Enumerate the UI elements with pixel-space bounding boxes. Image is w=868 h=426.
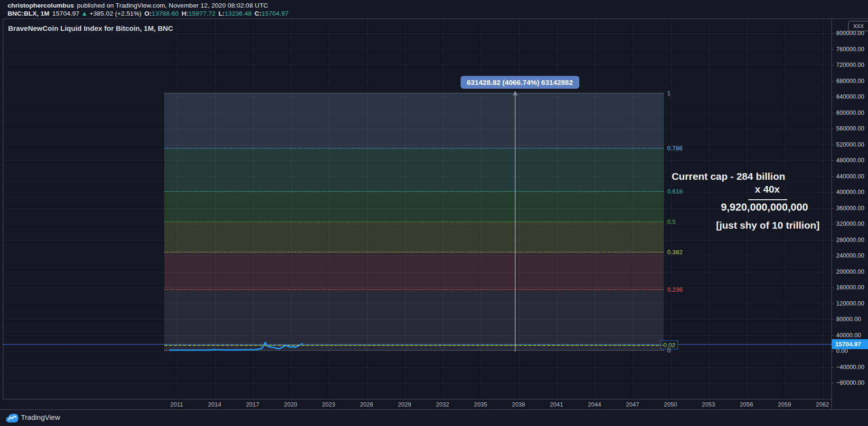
price-tick-mark <box>832 129 834 129</box>
price-tick-mark <box>832 65 834 65</box>
price-axis[interactable]: 800000.00760000.00720000.00680000.006400… <box>831 19 868 409</box>
year-tick-label: 2035 <box>474 401 487 408</box>
price-tick-label: 160000.00 <box>836 284 864 291</box>
price-tick-mark <box>832 176 834 177</box>
price-tick-mark <box>832 256 834 256</box>
up-arrow-icon: ▲ <box>81 10 87 17</box>
footer-bar: TradingView <box>0 409 868 426</box>
year-tick-label: 2032 <box>436 401 449 408</box>
price-tick-mark <box>832 224 834 224</box>
current-price-dotted-line <box>3 344 831 345</box>
high-value: 15977.72 <box>189 10 216 17</box>
price-tick-mark <box>832 192 834 193</box>
tradingview-logo-icon[interactable] <box>6 413 19 423</box>
fib-anchor-arrow-icon <box>513 91 518 95</box>
low-label: L: <box>218 10 225 17</box>
price-tick-label: 320000.00 <box>836 221 864 227</box>
price-tick-label: 520000.00 <box>836 141 864 148</box>
price-tick-mark <box>832 287 834 288</box>
tradingview-published-chart: { "header": { "author": "christophercolu… <box>0 0 868 426</box>
annotation-multiplier: x 40x <box>710 184 824 195</box>
change-value: +385.02 (+2.51%) <box>89 10 142 17</box>
low-value: 13236.48 <box>225 10 252 17</box>
year-tick-label: 2062 <box>816 401 829 408</box>
year-tick-label: 2041 <box>550 401 563 408</box>
last-price-value: 15704.97 <box>52 10 79 17</box>
year-tick-label: 2044 <box>588 401 601 408</box>
year-tick-label: 2029 <box>398 401 411 408</box>
price-tick-label: 80000.00 <box>836 316 861 323</box>
year-tick-label: 2011 <box>170 401 183 408</box>
symbol-label[interactable]: BNC:BLX, 1M <box>8 10 49 17</box>
year-tick-label: 2038 <box>512 401 525 408</box>
price-tick-mark <box>832 208 834 209</box>
fib-level-label: 0.618 <box>667 188 683 195</box>
price-tick-mark <box>832 97 834 97</box>
publish-info-bar: christophercolumbuspublished on TradingV… <box>8 2 268 9</box>
fib-level-002-line <box>164 345 664 346</box>
footer-brand-text[interactable]: TradingView <box>21 413 60 421</box>
year-tick-label: 2023 <box>322 401 335 408</box>
price-tick-label: 120000.00 <box>836 300 864 307</box>
price-tick-label: 400000.00 <box>836 189 864 195</box>
fib-level-label: 0 <box>667 347 670 354</box>
publish-text: published on TradingView.com, November 1… <box>77 2 268 9</box>
price-tick-label: 240000.00 <box>836 252 864 259</box>
symbol-info-bar: BNC:BLX, 1M15704.97 ▲ +385.02 (+2.51%)O:… <box>8 10 289 17</box>
year-tick-label: 2020 <box>284 401 297 408</box>
year-tick-label: 2053 <box>702 401 715 408</box>
fib-level-label: 0.786 <box>667 144 683 151</box>
price-tick-mark <box>832 335 834 336</box>
annotation-current-cap: Current cap - 284 billion <box>667 171 790 182</box>
year-tick-label: 2017 <box>246 401 259 408</box>
price-tick-mark <box>832 160 834 161</box>
open-value: 13788.60 <box>151 10 179 17</box>
price-tick-label: 200000.00 <box>836 269 864 275</box>
price-line-series <box>3 19 831 398</box>
price-tick-label: 280000.00 <box>836 237 864 243</box>
price-tick-label: 40000.00 <box>836 332 861 339</box>
price-tick-mark <box>832 351 834 352</box>
year-tick-label: 2014 <box>208 401 221 408</box>
fib-level-label: 1 <box>667 90 670 97</box>
last-price-tag: 15704.97 <box>832 339 868 349</box>
price-tick-mark <box>832 145 834 145</box>
year-tick-label: 2026 <box>360 401 373 408</box>
price-tick-mark <box>832 383 834 383</box>
year-tick-label: 2056 <box>740 401 753 408</box>
price-tick-mark <box>832 81 834 82</box>
close-label: C: <box>255 10 261 17</box>
price-tick-label: −40000.00 <box>836 364 864 370</box>
price-tick-label: 680000.00 <box>836 78 864 84</box>
fib-anchor-vertical-line <box>515 95 516 352</box>
price-tick-mark <box>832 367 834 368</box>
masked-account-badge: XXX <box>848 21 868 31</box>
time-axis[interactable]: 2011201420172020202320262029203220352038… <box>3 399 831 409</box>
price-tick-label: 480000.00 <box>836 157 864 164</box>
price-tick-label: −80000.00 <box>836 380 864 386</box>
year-tick-label: 2059 <box>778 401 791 408</box>
price-tick-label: 720000.00 <box>836 62 864 68</box>
price-tick-mark <box>832 272 834 272</box>
price-tick-label: 600000.00 <box>836 110 864 116</box>
price-tick-label: 760000.00 <box>836 46 864 53</box>
price-tick-mark <box>832 240 834 241</box>
annotation-note: [just shy of 10 trillion] <box>711 220 825 231</box>
annotation-sum-line <box>748 199 787 200</box>
price-tick-mark <box>832 319 834 320</box>
close-value: 15704.97 <box>261 10 288 17</box>
author-link[interactable]: christophercolumbus <box>8 2 74 9</box>
high-label: H: <box>181 10 188 17</box>
price-tick-mark <box>832 49 834 50</box>
price-tick-mark <box>832 33 834 34</box>
fib-level-label: 0.5 <box>667 218 676 225</box>
year-tick-label: 2047 <box>626 401 639 408</box>
price-tick-mark <box>832 113 834 113</box>
chart-title: BraveNewCoin Liquid Index for Bitcoin, 1… <box>8 24 173 32</box>
year-tick-label: 2050 <box>664 401 677 408</box>
open-label: O: <box>144 10 151 17</box>
fib-target-badge[interactable]: 631428.82 (4066.74%) 63142882 <box>461 76 579 89</box>
price-tick-label: 560000.00 <box>836 125 864 132</box>
fib-level-label: 0.382 <box>667 248 683 255</box>
price-tick-label: 640000.00 <box>836 93 864 100</box>
